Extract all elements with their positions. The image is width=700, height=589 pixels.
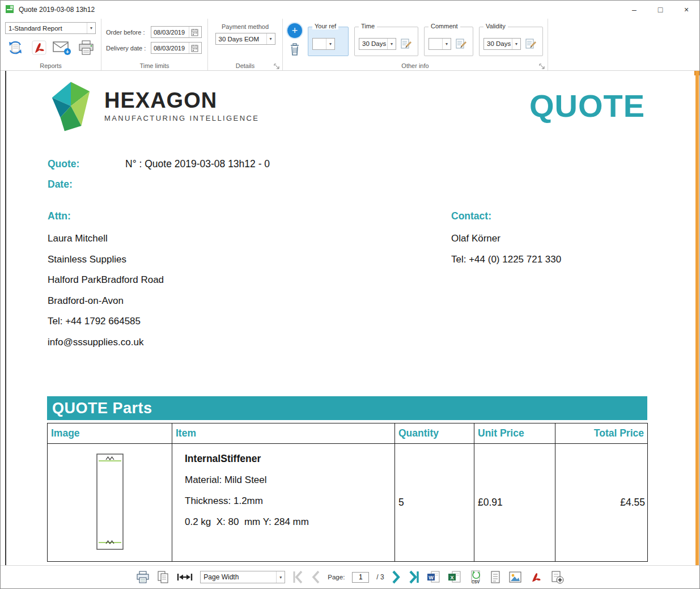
- chevron-down-icon: ▾: [266, 33, 275, 44]
- close-button[interactable]: ×: [673, 1, 699, 19]
- your-ref-select[interactable]: ▾: [312, 38, 335, 50]
- export-pdf-report-button[interactable]: [29, 37, 49, 58]
- delivery-date-input[interactable]: [151, 45, 189, 52]
- contact-line: Tel: +44 (0) 1225 721 330: [451, 249, 561, 270]
- page-number-input[interactable]: [352, 572, 369, 583]
- details-dialog-launcher[interactable]: [274, 62, 281, 69]
- preview-toolbar: Page Width ▾ Page: / 3 W X CSV: [1, 565, 699, 588]
- brand-tagline: MANUFACTURING INTELLIGENCE: [104, 114, 259, 122]
- svg-text:CSV: CSV: [472, 580, 480, 584]
- part-total-price-cell: £4.55: [555, 444, 648, 562]
- table-row: InternalStiffener Material: Mild Steel T…: [48, 444, 648, 562]
- comment-select[interactable]: ▾: [429, 38, 451, 50]
- brand-name: HEXAGON: [104, 90, 259, 112]
- document-preview: HEXAGON MANUFACTURING INTELLIGENCE QUOTE…: [1, 71, 699, 565]
- app-icon: [5, 5, 14, 15]
- attn-line: info@sssupplies.co.uk: [48, 332, 164, 353]
- hexagon-logo: [49, 79, 93, 133]
- svg-text:+: +: [66, 49, 69, 55]
- time-select[interactable]: 30 Days ▾: [359, 38, 396, 50]
- fit-width-button[interactable]: [177, 569, 193, 585]
- report-template-select[interactable]: 1-Standard Report ▾: [5, 22, 96, 34]
- text-export-icon: [490, 570, 501, 584]
- page-left-edge: [5, 71, 6, 565]
- dialog-launcher-icon: [274, 63, 280, 70]
- attn-line: Tel: +44 1792 664585: [48, 311, 164, 332]
- comment-groupbox: Comment ▾: [424, 27, 473, 56]
- print-button[interactable]: [136, 569, 150, 585]
- reports-group-label: Reports: [1, 62, 101, 69]
- your-ref-groupbox: Your ref ▾: [308, 27, 349, 56]
- validity-groupbox: Validity 30 Days ▾: [479, 27, 543, 56]
- export-excel-button[interactable]: X: [448, 569, 461, 585]
- ribbon-group-details: Payment method 30 Days EOM ▾ Details: [208, 19, 283, 70]
- copy-page-button[interactable]: [157, 569, 169, 585]
- order-before-input[interactable]: [151, 29, 189, 36]
- validity-select[interactable]: 30 Days ▾: [483, 38, 521, 50]
- payment-method-label: Payment method: [222, 23, 269, 30]
- delivery-date-field: [151, 42, 202, 54]
- comment-label: Comment: [429, 23, 460, 29]
- column-header-image: Image: [48, 423, 172, 444]
- trash-icon: [289, 43, 300, 56]
- part-unit-price-cell: £0.91: [474, 444, 555, 562]
- attn-label: Attn:: [48, 210, 71, 222]
- column-header-unit-price: Unit Price: [474, 423, 555, 444]
- delivery-date-label: Delivery date :: [106, 45, 148, 52]
- first-page-button[interactable]: [292, 569, 304, 585]
- column-header-item: Item: [172, 423, 395, 444]
- last-page-button[interactable]: [408, 569, 419, 585]
- details-group-label: Details: [208, 62, 282, 69]
- report-refresh-icon: [7, 39, 24, 56]
- email-report-button[interactable]: +: [52, 37, 73, 58]
- delivery-date-calendar-button[interactable]: [189, 43, 200, 53]
- date-label: Date:: [48, 179, 73, 190]
- parts-section-title: QUOTE Parts: [47, 396, 647, 420]
- edit-note-icon: [400, 37, 413, 50]
- printer-icon: [136, 570, 150, 584]
- copy-icon: [157, 570, 169, 584]
- zoom-mode-select[interactable]: Page Width ▾: [200, 571, 285, 583]
- part-detail: Thickness: 1.2mm: [185, 490, 394, 511]
- comment-edit-button[interactable]: [454, 36, 469, 51]
- prev-page-button[interactable]: [311, 569, 320, 585]
- column-header-total-price: Total Price: [555, 423, 648, 444]
- printer-icon: [78, 40, 95, 56]
- export-word-button[interactable]: W: [427, 569, 440, 585]
- add-other-info-button[interactable]: +: [287, 23, 302, 38]
- next-page-button[interactable]: [392, 569, 401, 585]
- your-ref-label: Your ref: [312, 23, 338, 29]
- document-heading: QUOTE: [529, 90, 645, 122]
- attn-line: Bradford-on-Avon: [48, 291, 164, 312]
- attn-line: Halford ParkBradford Road: [48, 270, 164, 291]
- delete-other-info-button[interactable]: [287, 42, 302, 57]
- time-edit-button[interactable]: [399, 36, 414, 51]
- attn-address-block: Laura Mitchell Stainless Supplies Halfor…: [48, 228, 164, 353]
- export-image-button[interactable]: [508, 569, 522, 585]
- chevron-down-icon: ▾: [387, 39, 396, 49]
- export-csv-button[interactable]: CSV: [469, 569, 482, 585]
- last-page-icon: [408, 570, 419, 584]
- ribbon-group-time-limits: Order before : Delivery date : Time l: [101, 19, 208, 70]
- order-before-calendar-button[interactable]: [189, 27, 200, 37]
- export-pdf-button[interactable]: [529, 569, 543, 585]
- report-refresh-button[interactable]: [5, 37, 26, 58]
- dialog-launcher-icon: [539, 63, 545, 70]
- plus-icon: +: [292, 26, 298, 36]
- vertical-scrollbar[interactable]: [695, 71, 699, 565]
- add-export-button[interactable]: [550, 569, 564, 585]
- part-drawing: [96, 453, 124, 550]
- export-text-button[interactable]: [490, 569, 501, 585]
- other-info-dialog-launcher[interactable]: [539, 62, 546, 69]
- time-label: Time: [359, 23, 377, 29]
- payment-method-select[interactable]: 30 Days EOM ▾: [215, 33, 275, 45]
- maximize-button[interactable]: □: [647, 1, 673, 19]
- calendar-icon: [191, 28, 198, 36]
- validity-edit-button[interactable]: [524, 36, 538, 51]
- minimize-button[interactable]: –: [621, 1, 647, 19]
- contact-block: Olaf Körner Tel: +44 (0) 1225 721 330: [451, 228, 561, 270]
- page-label: Page:: [328, 574, 345, 580]
- print-report-button[interactable]: [76, 37, 96, 58]
- app-window: Quote 2019-03-08 13h12 – □ × 1-Standard …: [0, 0, 700, 589]
- titlebar: Quote 2019-03-08 13h12 – □ ×: [1, 1, 699, 19]
